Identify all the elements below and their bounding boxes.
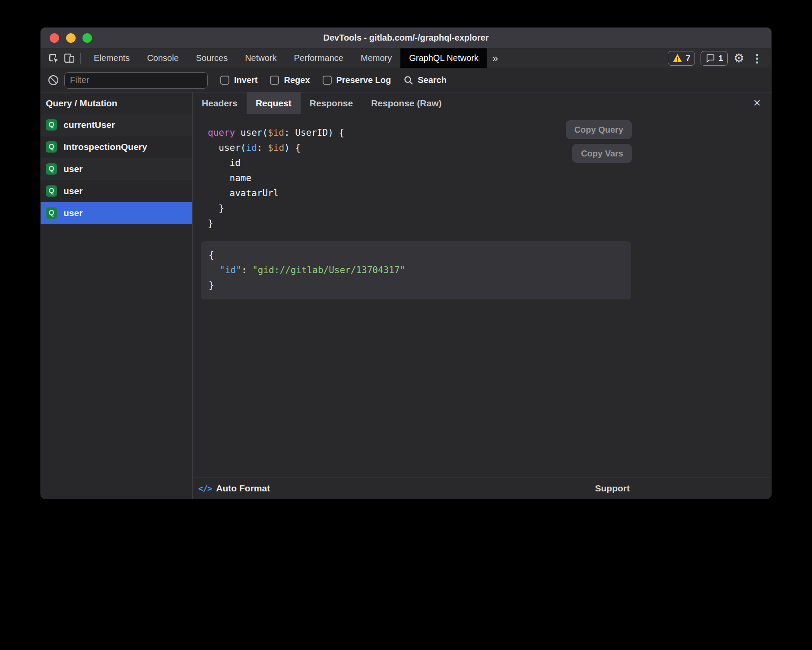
support-link[interactable]: Support <box>595 483 630 494</box>
copy-query-button[interactable]: Copy Query <box>566 120 632 139</box>
query-list-item[interactable]: Quser <box>41 158 192 180</box>
issue-count: 1 <box>718 54 723 63</box>
query-name-label: user <box>63 208 82 218</box>
detail-tab-headers[interactable]: Headers <box>193 92 247 114</box>
filter-bar: Invert Regex Preserve Log Search <box>41 68 771 92</box>
main-toolbar: ElementsConsoleSourcesNetworkPerformance… <box>41 48 771 68</box>
main-tab-sources[interactable]: Sources <box>187 48 236 68</box>
query-type-badge: Q <box>46 207 57 219</box>
request-detail-pane: HeadersRequestResponseResponse (Raw) ✕ q… <box>193 92 771 499</box>
regex-checkbox[interactable]: Regex <box>270 75 310 85</box>
issues-badge[interactable]: 1 <box>701 51 728 66</box>
code-brackets-icon: </> <box>198 484 212 493</box>
query-type-badge: Q <box>46 163 57 175</box>
menu-kebab-icon[interactable]: ⋮ <box>750 53 764 64</box>
main-tab-memory[interactable]: Memory <box>352 48 400 68</box>
warnings-badge[interactable]: 7 <box>668 51 695 66</box>
zoom-window-button[interactable] <box>82 33 92 43</box>
copy-buttons: Copy Query Copy Vars <box>566 120 632 163</box>
warning-count: 7 <box>686 54 691 63</box>
query-type-badge: Q <box>46 141 57 153</box>
screen-background: DevTools - gitlab.com/-/graphql-explorer… <box>0 0 812 650</box>
auto-format-toggle[interactable]: Auto Format <box>216 483 270 494</box>
clear-icon[interactable] <box>48 74 59 86</box>
filter-input[interactable] <box>64 72 208 89</box>
search-button[interactable]: Search <box>403 75 447 86</box>
panel-body: Query / Mutation QcurrentUserQIntrospect… <box>41 92 771 499</box>
minimize-window-button[interactable] <box>66 33 76 43</box>
preserve-log-label: Preserve Log <box>336 75 391 85</box>
query-sidebar: Query / Mutation QcurrentUserQIntrospect… <box>41 92 193 499</box>
detail-tab-bar: HeadersRequestResponseResponse (Raw) ✕ <box>193 92 771 114</box>
invert-checkbox[interactable]: Invert <box>220 75 257 85</box>
detail-tab-request[interactable]: Request <box>247 92 301 114</box>
inspect-element-icon[interactable] <box>46 48 61 68</box>
query-name-label: currentUser <box>63 120 115 130</box>
main-tab-performance[interactable]: Performance <box>285 48 352 68</box>
warning-triangle-icon <box>672 54 682 63</box>
more-tabs-button[interactable]: » <box>487 48 503 68</box>
main-tab-elements[interactable]: Elements <box>85 48 138 68</box>
request-content: query user($id: UserID) { user(id: $id) … <box>193 114 632 478</box>
detail-tab-response-raw[interactable]: Response (Raw) <box>362 92 450 114</box>
toolbar-divider <box>80 53 81 64</box>
code-line: } <box>208 201 632 216</box>
main-tab-graphql-network[interactable]: GraphQL Network <box>400 48 487 68</box>
search-icon <box>403 75 414 86</box>
window-controls <box>41 33 92 43</box>
titlebar: DevTools - gitlab.com/-/graphql-explorer <box>41 28 771 48</box>
query-list: QcurrentUserQIntrospectionQueryQuserQuse… <box>41 114 192 499</box>
code-line: avatarUrl <box>208 186 632 201</box>
code-line: } <box>208 216 632 231</box>
query-list-item[interactable]: Quser <box>41 180 192 202</box>
detail-tabs: HeadersRequestResponseResponse (Raw) <box>193 92 451 114</box>
sidebar-header: Query / Mutation <box>41 92 192 114</box>
window-title: DevTools - gitlab.com/-/graphql-explorer <box>41 33 771 43</box>
toolbar-right-cluster: 7 1 ⚙ ⋮ <box>668 48 771 68</box>
main-tab-console[interactable]: Console <box>138 48 187 68</box>
query-list-item[interactable]: Quser <box>41 202 192 224</box>
checkbox-box <box>220 76 229 85</box>
code-line: } <box>209 278 623 293</box>
settings-gear-icon[interactable]: ⚙ <box>733 52 744 64</box>
query-name-label: IntrospectionQuery <box>63 142 147 152</box>
code-line: name <box>208 171 632 186</box>
close-window-button[interactable] <box>50 33 59 43</box>
regex-label: Regex <box>284 75 310 85</box>
panel-tabs: ElementsConsoleSourcesNetworkPerformance… <box>85 48 487 68</box>
main-tab-network[interactable]: Network <box>236 48 285 68</box>
close-detail-icon[interactable]: ✕ <box>751 96 764 111</box>
detail-tab-response[interactable]: Response <box>301 92 362 114</box>
query-name-label: user <box>63 164 82 174</box>
search-label: Search <box>418 75 447 85</box>
query-list-item[interactable]: QIntrospectionQuery <box>41 136 192 158</box>
copy-vars-button[interactable]: Copy Vars <box>572 144 632 163</box>
device-toolbar-icon[interactable] <box>61 48 77 68</box>
preserve-log-checkbox[interactable]: Preserve Log <box>323 75 391 85</box>
checkbox-box <box>323 76 332 85</box>
variables-box: { "id": "gid://gitlab/User/13704317"} <box>201 241 631 300</box>
invert-label: Invert <box>234 75 257 85</box>
message-bubble-icon <box>705 54 715 63</box>
detail-footer: </> Auto Format Support <box>193 478 771 499</box>
query-name-label: user <box>63 186 82 196</box>
checkbox-box <box>270 76 279 85</box>
code-line: { <box>209 248 623 263</box>
query-type-badge: Q <box>46 119 57 131</box>
graphql-variables-code: { "id": "gid://gitlab/User/13704317"} <box>209 248 623 293</box>
code-line: "id": "gid://gitlab/User/13704317" <box>209 263 623 278</box>
query-type-badge: Q <box>46 185 57 197</box>
devtools-window: DevTools - gitlab.com/-/graphql-explorer… <box>40 27 772 499</box>
query-list-item[interactable]: QcurrentUser <box>41 114 192 136</box>
